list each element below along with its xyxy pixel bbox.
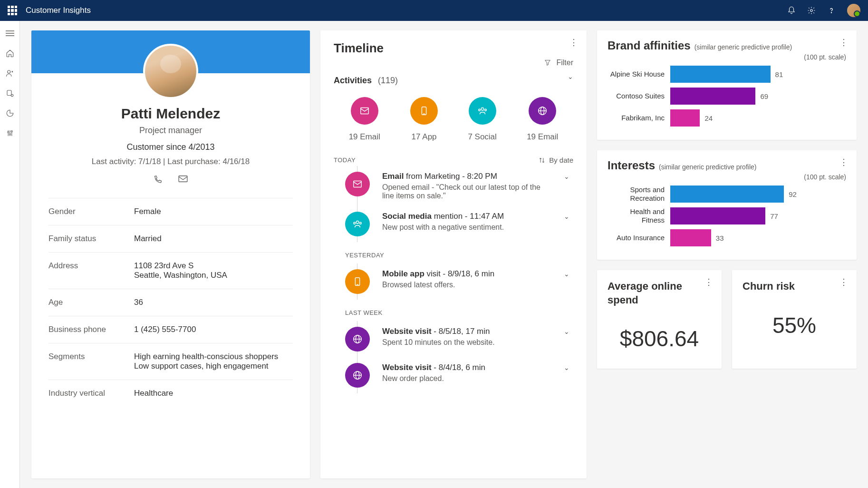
timeline-period: TODAY	[334, 156, 356, 164]
filter-icon[interactable]	[544, 59, 551, 67]
bar-row: Fabrikam, Inc24	[608, 109, 846, 127]
activities-collapse-icon[interactable]: ⌄	[568, 73, 573, 80]
phone-icon	[345, 269, 370, 294]
phone-action-icon[interactable]	[153, 175, 163, 185]
activity-tile[interactable]: 19 Email	[527, 97, 558, 142]
bar-row: Auto Insurance33	[608, 229, 846, 246]
churn-title: Churn risk	[743, 280, 846, 293]
bar-label: Health andFitness	[608, 207, 665, 224]
svg-point-0	[810, 10, 813, 12]
spend-title: Average online spend	[608, 280, 711, 307]
svg-point-26	[354, 222, 356, 224]
brand-affinities-card: ⋮ Brand affinities(similar generic predi…	[597, 30, 857, 140]
timeline-item[interactable]: Mobile app visit - 8/9/18, 6 min Browsed…	[345, 264, 573, 300]
svg-point-18	[481, 108, 484, 111]
profile-detail-row: Industry verticalHealthcare	[48, 380, 293, 407]
chevron-down-icon[interactable]: ⌄	[564, 213, 569, 220]
timeline-list: Website visit - 8/5/18, 17 min Spent 10 …	[334, 321, 573, 393]
bar-value: 77	[770, 212, 778, 220]
detail-value: 36	[134, 298, 293, 307]
bar-row: Health andFitness77	[608, 207, 846, 224]
svg-point-1	[831, 12, 831, 13]
detail-value: 1108 23rd Ave SSeattle, Washington, USA	[134, 261, 293, 280]
timeline-item-title: Website visit - 8/5/18, 17 min	[382, 327, 554, 336]
detail-label: Family status	[48, 234, 134, 244]
bar-label: Alpine Ski House	[608, 70, 665, 78]
churn-risk-card: ⋮ Churn risk 55%	[732, 270, 857, 369]
bar	[670, 207, 765, 224]
timeline-card: Timeline ⋮ Filter Activities (119) ⌄ 19 …	[320, 30, 587, 478]
settings-icon[interactable]	[807, 6, 816, 15]
profile-hero	[31, 30, 310, 73]
top-navbar: Customer Insights	[0, 0, 868, 21]
detail-value: 1 (425) 555-7700	[134, 325, 293, 334]
chevron-down-icon[interactable]: ⌄	[564, 173, 569, 180]
bar-value: 81	[775, 70, 783, 78]
detail-label: Address	[48, 261, 134, 280]
avg-spend-card: ⋮ Average online spend $806.64	[597, 270, 722, 369]
chevron-down-icon[interactable]: ⌄	[564, 270, 569, 278]
bar-label: Fabrikam, Inc	[608, 114, 665, 122]
bar	[670, 185, 784, 203]
timeline-item[interactable]: Email from Marketing - 8:20 PM Opened em…	[345, 166, 573, 206]
detail-label: Segments	[48, 352, 134, 371]
timeline-more-icon[interactable]: ⋮	[569, 37, 578, 48]
menu-toggle-icon[interactable]	[5, 29, 15, 38]
profile-avatar	[143, 44, 198, 99]
help-icon[interactable]	[827, 6, 836, 15]
churn-value: 55%	[743, 312, 846, 338]
chevron-down-icon[interactable]: ⌄	[564, 328, 569, 335]
notifications-icon[interactable]	[787, 6, 796, 15]
svg-point-27	[360, 222, 362, 224]
segments-icon[interactable]	[5, 108, 15, 118]
svg-point-20	[484, 109, 486, 111]
timeline-list: Mobile app visit - 8/9/18, 6 min Browsed…	[334, 264, 573, 300]
admin-icon[interactable]	[5, 128, 15, 138]
bar-row: Sports andRecreation92	[608, 185, 846, 203]
activity-tile[interactable]: 19 Email	[349, 97, 380, 142]
tile-label: 17 App	[410, 132, 438, 142]
timeline-list: Email from Marketing - 8:20 PM Opened em…	[334, 166, 573, 242]
globe-icon	[345, 327, 370, 351]
detail-label: Age	[48, 298, 134, 307]
mail-action-icon[interactable]	[178, 175, 188, 185]
bar-row: Contoso Suites69	[608, 88, 846, 105]
side-nav	[0, 21, 20, 488]
sort-control[interactable]: By date	[539, 156, 573, 164]
timeline-item-desc: Spent 10 minutes on the website.	[382, 338, 554, 347]
data-icon[interactable]	[5, 88, 15, 98]
timeline-item[interactable]: Website visit - 8/5/18, 17 min Spent 10 …	[345, 321, 573, 357]
interests-title: Interests	[608, 159, 655, 172]
brand-more-icon[interactable]: ⋮	[839, 37, 848, 48]
filter-label[interactable]: Filter	[556, 59, 573, 67]
profile-detail-row: SegmentsHigh earning health-conscious sh…	[48, 343, 293, 380]
timeline-item-title: Social media mention - 11:47 AM	[382, 212, 554, 221]
activity-tile[interactable]: 7 Social	[468, 97, 496, 142]
timeline-title: Timeline	[334, 41, 573, 56]
bar-label: Sports andRecreation	[608, 185, 665, 203]
interests-more-icon[interactable]: ⋮	[839, 157, 848, 167]
svg-rect-6	[7, 90, 11, 96]
home-icon[interactable]	[5, 49, 15, 58]
people-icon	[345, 212, 370, 236]
customers-icon[interactable]	[5, 68, 15, 78]
svg-point-12	[9, 134, 10, 135]
churn-more-icon[interactable]: ⋮	[839, 277, 848, 287]
detail-value: High earning health-conscious shoppersLo…	[134, 352, 293, 371]
profile-since: Customer since 4/2013	[31, 142, 310, 152]
profile-detail-row: Age36	[48, 289, 293, 316]
interests-card: ⋮ Interests(similar generic predictive p…	[597, 150, 857, 260]
mail-icon	[345, 172, 370, 196]
detail-label: Industry vertical	[48, 389, 134, 398]
activities-heading: Activities (119)	[334, 76, 398, 86]
activity-tile[interactable]: 17 App	[410, 97, 438, 142]
chevron-down-icon[interactable]: ⌄	[564, 364, 569, 371]
bar-label: Auto Insurance	[608, 234, 665, 242]
timeline-item[interactable]: Website visit - 8/4/18, 6 min New order …	[345, 357, 573, 393]
app-launcher-icon[interactable]	[8, 6, 17, 15]
timeline-item[interactable]: Social media mention - 11:47 AM New post…	[345, 206, 573, 242]
spend-more-icon[interactable]: ⋮	[704, 277, 713, 287]
svg-point-13	[11, 131, 12, 132]
user-avatar[interactable]	[847, 4, 860, 17]
detail-label: Gender	[48, 207, 134, 216]
